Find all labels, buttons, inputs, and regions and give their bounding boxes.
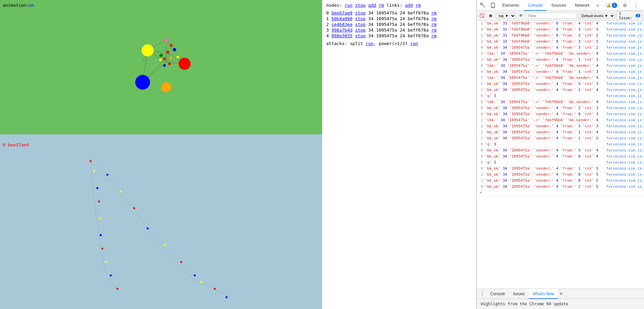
log-num: 2	[477, 178, 485, 183]
node-1-hash[interactable]: b0b4a990	[332, 16, 353, 21]
log-file-link[interactable]: forcecons-sim.js:262	[606, 70, 644, 74]
log-file-link[interactable]: forcecons-sim.js:262	[606, 148, 644, 152]
log-file-link[interactable]: forcecons-sim.js:262	[606, 124, 644, 128]
node-2-stop[interactable]: stop	[355, 22, 365, 27]
log-file-link[interactable]: forcecons-sim.js:255	[606, 94, 644, 98]
log-content: 'bk_ok' 33 'fe6f96b8' 'sender:' 0 'from:…	[485, 33, 606, 38]
log-expand-icon[interactable]: >	[477, 190, 482, 195]
log-file-link[interactable]: forcecons-sim.js:262	[606, 136, 644, 140]
log-num: 1	[477, 21, 485, 26]
log-file-link[interactable]: forcecons-sim.js:141	[606, 51, 644, 56]
log-row-26: 2'bk_ok' 34 '1095475a' 'sender:' 4 'from…	[477, 178, 644, 184]
log-content: 'bk_ok' 34 '1095475a' 'sender:' 4 'from:…	[485, 70, 606, 74]
nodes-stop-link[interactable]: stop	[355, 3, 365, 8]
log-file-link[interactable]: forcecons-sim.js:262	[606, 130, 644, 134]
log-num: 4	[477, 27, 485, 32]
log-file-link[interactable]: forcecons-sim.js:141	[606, 118, 644, 122]
bottom-tab-console[interactable]: Console	[486, 289, 509, 299]
log-file-link[interactable]: forcecons-sim.js:255	[606, 160, 644, 165]
log-num: 0	[477, 100, 485, 104]
log-row-14: 0'bk_ok' 34 '1095475a' 'sender:' 4 'from…	[477, 105, 644, 112]
console-context-select[interactable]: top ▼	[496, 13, 516, 19]
node-4-stop[interactable]: stop	[355, 33, 365, 38]
badge-icon: 🔔	[606, 3, 611, 7]
devtools-inspect-icon[interactable]	[478, 1, 488, 10]
svg-point-19	[177, 56, 179, 58]
console-log-area[interactable]: 1'bk_ok' 33 'fe6f96b8' 'sender:' 0 'from…	[477, 21, 644, 289]
node-4-hash[interactable]: 098e3035	[332, 33, 353, 38]
console-clear-icon[interactable]: 🚫	[478, 12, 486, 20]
bottom-tab-close-btn[interactable]: ✕	[558, 292, 564, 296]
devtools-close-icon[interactable]: ✕	[642, 1, 644, 10]
log-file-link[interactable]: forcecons-sim.js:141	[606, 100, 644, 104]
log-file-link[interactable]: forcecons-sim.js:262	[606, 106, 644, 110]
log-file-link[interactable]: forcecons-sim.js:141	[606, 76, 644, 80]
devtools-device-icon[interactable]	[488, 1, 498, 10]
log-file-link[interactable]: forcecons-sim.js:255	[606, 142, 644, 146]
log-num: 1	[477, 88, 485, 92]
log-content: 'lbk:' 34 '1095475a' '->' 'fe6f96b8' 'bk…	[485, 63, 606, 68]
devtools-bar2: 🚫 ⏺ top ▼ 👁 Default levels ▼ 1 Issue: 1 …	[477, 11, 644, 21]
node-2-rm[interactable]: rm	[431, 22, 437, 27]
node-0-rm[interactable]: rm	[431, 10, 437, 15]
log-num: 1	[477, 76, 485, 80]
tab-sources[interactable]: Sources	[547, 0, 570, 11]
log-num: 1	[477, 172, 485, 177]
node-0-hash[interactable]: bee57ae9	[332, 10, 353, 15]
log-file-link[interactable]: forcecons-sim.js:262	[606, 33, 644, 38]
log-file-link[interactable]: forcecons-sim.js:262	[606, 21, 644, 26]
log-file-link[interactable]: forcecons-sim.js:262	[606, 82, 644, 86]
links-rm-link[interactable]: rm	[415, 3, 421, 8]
log-file-link[interactable]: forcecons-sim.js:262	[606, 172, 644, 177]
tab-more-button[interactable]: »	[594, 0, 601, 11]
links-add-link[interactable]: add	[405, 3, 413, 8]
node-4-rm[interactable]: rm	[431, 33, 437, 38]
log-file-link[interactable]: forcecons-sim.js:262	[606, 45, 644, 50]
log-file-link[interactable]: forcecons-sim.js:262	[606, 27, 644, 32]
console-eye-icon[interactable]: 👁	[517, 12, 525, 20]
attacks-run1[interactable]: run	[365, 41, 373, 46]
nodes-run-link[interactable]: run	[345, 3, 352, 8]
issues-badge[interactable]: 1 Issue: 1	[616, 11, 642, 21]
log-content: 'lbk:' 34 '1095475a' '->' 'fe6f96b8' 'bk…	[485, 100, 606, 104]
svg-point-46	[226, 296, 228, 298]
node-3-stop[interactable]: stop	[355, 28, 365, 33]
log-expand-row[interactable]: >	[477, 190, 644, 196]
log-content: 'bk_ok' 34 '1095475a' 'sender:' 4 'from:…	[485, 130, 606, 134]
console-levels-select[interactable]: Default levels ▼	[578, 13, 615, 19]
node-2-hash[interactable]: ce4b83ee	[332, 22, 353, 27]
log-file-link[interactable]: forcecons-sim.js:262	[606, 178, 644, 183]
tab-network[interactable]: Network	[571, 0, 594, 11]
node-0-stop[interactable]: stop	[355, 10, 365, 15]
log-file-link[interactable]: forcecons-sim.js:262	[606, 88, 644, 92]
console-filter-input[interactable]	[526, 13, 577, 19]
nodes-add-link[interactable]: add	[368, 3, 376, 8]
log-file-link[interactable]: forcecons-sim.js:262	[606, 154, 644, 159]
bottom-tab-issues[interactable]: Issues	[509, 289, 529, 299]
attacks-run2[interactable]: run	[410, 41, 418, 46]
node-1-stop[interactable]: stop	[355, 16, 365, 21]
log-file-link[interactable]: forcecons-sim.js:262	[606, 57, 644, 62]
log-file-link[interactable]: forcecons-sim.js:262	[606, 112, 644, 116]
log-file-link[interactable]: forcecons-sim.js:262	[606, 39, 644, 44]
bottom-dots-icon[interactable]: ⋮	[478, 289, 486, 299]
log-file-link[interactable]: forcecons-sim.js:262	[606, 184, 644, 189]
log-row-5: 3'lbk:' 34 '1095475a' '->' 'fe6f96b8' 'b…	[477, 51, 644, 57]
devtools-more-icon[interactable]: ⋮	[631, 1, 641, 10]
log-num: 0	[477, 142, 485, 146]
devtools-settings-icon[interactable]: ⚙	[621, 1, 630, 10]
log-file-link[interactable]: forcecons-sim.js:141	[606, 63, 644, 68]
log-num: 2	[477, 124, 485, 128]
log-content: 'q' 3	[485, 160, 606, 165]
log-file-link[interactable]: forcecons-sim.js:262	[606, 166, 644, 171]
node-3-rm[interactable]: rm	[431, 28, 437, 33]
notification-badge[interactable]: 🔔 1	[604, 3, 619, 8]
console-stop-icon[interactable]: ⏺	[487, 12, 494, 20]
tab-console[interactable]: Console	[524, 0, 547, 11]
tab-elements[interactable]: Elements	[498, 0, 523, 11]
node-1-rm[interactable]: rm	[431, 16, 437, 21]
bottom-tab-whatsnew[interactable]: What's New	[529, 289, 558, 299]
nodes-rm-link[interactable]: rm	[379, 3, 384, 8]
nodes-label: nodes:	[326, 3, 345, 8]
node-3-hash[interactable]: 998a7b4d	[332, 28, 353, 33]
